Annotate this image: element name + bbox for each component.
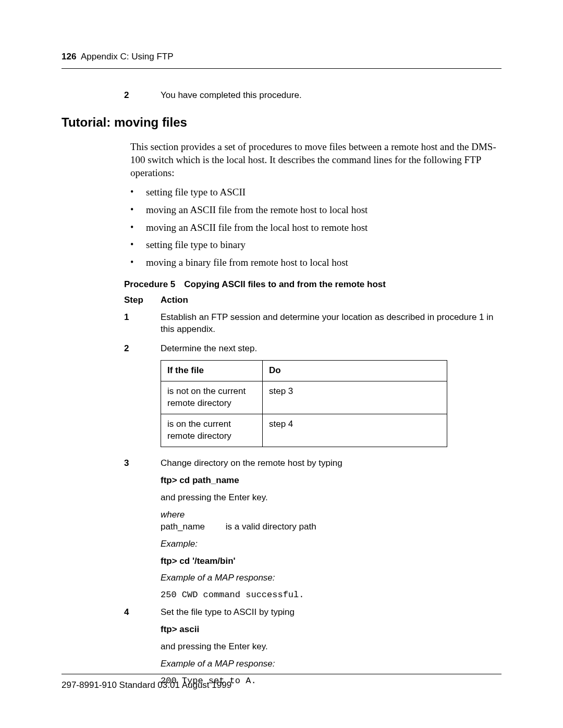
- bullet-item: moving an ASCII file from the local host…: [130, 221, 501, 235]
- bullet-item: moving a binary file from remote host to…: [130, 256, 501, 269]
- header-step: Step: [124, 294, 161, 306]
- bullet-list: setting file type to ASCII moving an ASC…: [130, 186, 501, 269]
- step-row: 2 Determine the next step.: [124, 343, 501, 355]
- table-cell: step 3: [263, 381, 447, 414]
- bullet-item: moving an ASCII file from the remote hos…: [130, 203, 501, 217]
- map-response-label: Example of a MAP response:: [161, 658, 501, 670]
- example-label: Example:: [161, 538, 501, 550]
- table-header-row: If the file Do: [161, 361, 447, 381]
- step-text: Change directory on the remote host by t…: [161, 458, 501, 470]
- prev-step-text: You have completed this procedure.: [161, 90, 501, 102]
- step-text: Determine the next step.: [161, 343, 501, 355]
- step-number: 3: [124, 458, 161, 470]
- example-command: ftp> cd '/team/bin': [161, 556, 501, 567]
- map-response-label: Example of a MAP response:: [161, 572, 501, 584]
- prev-step-number: 2: [124, 90, 161, 102]
- step-row: 3 Change directory on the remote host by…: [124, 458, 501, 470]
- bullet-item: setting file type to binary: [130, 238, 501, 252]
- step-row: 1 Establish an FTP session and determine…: [124, 312, 501, 336]
- step-action-header: Step Action: [124, 294, 501, 306]
- running-header: 126 Appendix C: Using FTP: [62, 51, 501, 69]
- where-block: where path_name is a valid directory pat…: [161, 509, 501, 533]
- step-number: 4: [124, 607, 161, 619]
- header-action: Action: [161, 294, 188, 306]
- command-line: ftp> cd path_name: [161, 475, 501, 487]
- command-after: and pressing the Enter key.: [161, 492, 501, 504]
- table-row: is not on the current remote directory s…: [161, 381, 447, 414]
- table-cell: is on the current remote directory: [161, 414, 263, 447]
- map-response: 250 CWD command successful.: [161, 589, 501, 601]
- bullet-item: setting file type to ASCII: [130, 186, 501, 199]
- step-text: Set the file type to ASCII by typing: [161, 607, 501, 619]
- page: 126 Appendix C: Using FTP 2 You have com…: [0, 0, 563, 728]
- command-after: and pressing the Enter key.: [161, 641, 501, 653]
- intro-paragraph: This section provides a set of procedure…: [130, 141, 501, 179]
- decision-table: If the file Do is not on the current rem…: [161, 360, 447, 447]
- table-header-action: Do: [263, 361, 447, 381]
- table-cell: step 4: [263, 414, 447, 447]
- table-header-condition: If the file: [161, 361, 263, 381]
- step-text: Establish an FTP session and determine y…: [161, 312, 501, 336]
- header-section: Appendix C: Using FTP: [81, 52, 174, 61]
- table-cell: is not on the current remote directory: [161, 381, 263, 414]
- page-footer: 297-8991-910 Standard 03.01 August 1999: [62, 674, 501, 692]
- command-line: ftp> ascii: [161, 624, 501, 636]
- where-label: where: [161, 510, 185, 520]
- step-row: 4 Set the file type to ASCII by typing: [124, 607, 501, 619]
- prev-step-row: 2 You have completed this procedure.: [124, 90, 501, 102]
- step-number: 1: [124, 312, 161, 336]
- where-definition: is a valid directory path: [226, 522, 316, 532]
- step-number: 2: [124, 343, 161, 355]
- where-term: path_name: [161, 521, 223, 533]
- procedure-title: Procedure 5 Copying ASCII files to and f…: [124, 279, 501, 291]
- section-heading: Tutorial: moving files: [62, 114, 501, 131]
- page-number: 126: [62, 52, 76, 61]
- table-row: is on the current remote directory step …: [161, 414, 447, 447]
